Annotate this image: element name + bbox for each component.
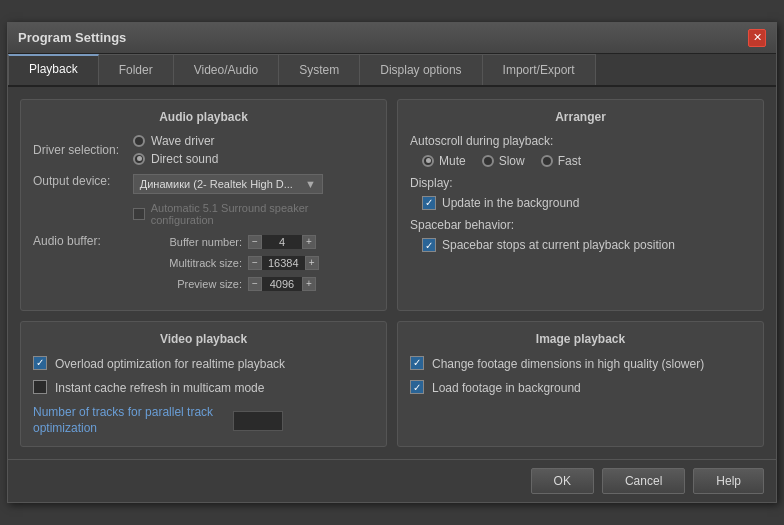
buffer-number-label: Buffer number: [137, 236, 242, 248]
buffer-number-increment[interactable]: + [302, 235, 316, 249]
buffer-number-spinner: − 4 + [248, 234, 316, 250]
multitrack-decrement[interactable]: − [248, 256, 262, 270]
preview-value: 4096 [262, 276, 302, 292]
title-bar: Program Settings ✕ [8, 23, 776, 54]
num-tracks-row: Number of tracks for parallel track opti… [33, 405, 374, 436]
output-device-dropdown[interactable]: Динамики (2- Realtek High D... ▼ [133, 174, 323, 194]
buffer-label: Audio buffer: [33, 234, 133, 248]
overload-label: Overload optimization for realtime playb… [55, 356, 285, 373]
mute-option[interactable]: Mute [422, 154, 466, 168]
spacebar-stops-row[interactable]: Spacebar stops at current playback posit… [410, 238, 751, 254]
multitrack-spinner: − 16384 + [248, 255, 319, 271]
update-background-row[interactable]: Update in the background [410, 196, 751, 210]
tab-bar: Playback Folder Video/Audio System Displ… [8, 54, 776, 87]
wave-driver-label: Wave driver [151, 134, 215, 148]
fast-radio[interactable] [541, 155, 553, 167]
tab-import-export[interactable]: Import/Export [483, 54, 596, 85]
slow-option[interactable]: Slow [482, 154, 525, 168]
spacebar-section: Spacebar behavior: Spacebar stops at cur… [410, 218, 751, 254]
output-label: Output device: [33, 174, 133, 188]
load-footage-label: Load footage in background [432, 380, 581, 397]
instant-cache-label: Instant cache refresh in multicam mode [55, 380, 264, 397]
tab-video-audio[interactable]: Video/Audio [174, 54, 280, 85]
video-playback-panel: Video playback Overload optimization for… [20, 321, 387, 448]
dropdown-arrow-icon: ▼ [305, 178, 316, 190]
autoscroll-section: Autoscroll during playback: Mute Slow [410, 134, 751, 168]
mute-radio[interactable] [422, 155, 434, 167]
surround-row: Automatic 5.1 Surround speaker configura… [133, 202, 374, 226]
image-playback-panel: Image playback Change footage dimensions… [397, 321, 764, 448]
tab-folder[interactable]: Folder [99, 54, 174, 85]
fast-label: Fast [558, 154, 581, 168]
driver-selection-row: Driver selection: Wave driver Direct sou… [33, 134, 374, 166]
buffer-number-value: 4 [262, 234, 302, 250]
bottom-panels: Video playback Overload optimization for… [20, 321, 764, 448]
spacebar-stops-checkbox[interactable] [422, 238, 436, 252]
slow-label: Slow [499, 154, 525, 168]
autoscroll-label: Autoscroll during playback: [410, 134, 751, 148]
direct-sound-label: Direct sound [151, 152, 218, 166]
load-footage-row: Load footage in background [410, 380, 751, 397]
autoscroll-options: Mute Slow Fast [410, 154, 751, 168]
wave-driver-radio[interactable] [133, 135, 145, 147]
spacebar-label: Spacebar behavior: [410, 218, 751, 232]
update-background-checkbox[interactable] [422, 196, 436, 210]
audio-playback-panel: Audio playback Driver selection: Wave dr… [20, 99, 387, 311]
tab-system[interactable]: System [279, 54, 360, 85]
overload-row: Overload optimization for realtime playb… [33, 356, 374, 373]
audio-buffer-row: Audio buffer: Buffer number: − 4 + [33, 234, 374, 292]
fast-option[interactable]: Fast [541, 154, 581, 168]
display-section: Display: Update in the background [410, 176, 751, 210]
preview-decrement[interactable]: − [248, 277, 262, 291]
update-background-label: Update in the background [442, 196, 579, 210]
output-device-row: Output device: Динамики (2- Realtek High… [33, 174, 374, 226]
window-title: Program Settings [18, 30, 126, 45]
wave-driver-option[interactable]: Wave driver [133, 134, 218, 148]
preview-increment[interactable]: + [302, 277, 316, 291]
multitrack-value: 16384 [262, 255, 305, 271]
top-panels: Audio playback Driver selection: Wave dr… [20, 99, 764, 311]
close-button[interactable]: ✕ [748, 29, 766, 47]
surround-checkbox[interactable] [133, 208, 145, 220]
video-playback-title: Video playback [33, 332, 374, 346]
instant-cache-row: Instant cache refresh in multicam mode [33, 380, 374, 397]
change-footage-checkbox[interactable] [410, 356, 424, 370]
change-footage-label: Change footage dimensions in high qualit… [432, 356, 704, 373]
driver-radio-group: Wave driver Direct sound [133, 134, 218, 166]
preview-spinner: − 4096 + [248, 276, 316, 292]
buffer-controls: Buffer number: − 4 + Multitrack size: [133, 234, 319, 292]
preview-label: Preview size: [137, 278, 242, 290]
footer: OK Cancel Help [8, 459, 776, 502]
overload-checkbox[interactable] [33, 356, 47, 370]
display-label: Display: [410, 176, 751, 190]
instant-cache-checkbox[interactable] [33, 380, 47, 394]
slow-radio[interactable] [482, 155, 494, 167]
num-tracks-field[interactable] [233, 411, 283, 431]
arranger-panel: Arranger Autoscroll during playback: Mut… [397, 99, 764, 311]
mute-label: Mute [439, 154, 466, 168]
main-content: Audio playback Driver selection: Wave dr… [8, 87, 776, 460]
change-footage-row: Change footage dimensions in high qualit… [410, 356, 751, 373]
load-footage-checkbox[interactable] [410, 380, 424, 394]
audio-playback-title: Audio playback [33, 110, 374, 124]
help-button[interactable]: Help [693, 468, 764, 494]
cancel-button[interactable]: Cancel [602, 468, 685, 494]
tab-playback[interactable]: Playback [8, 54, 99, 85]
program-settings-window: Program Settings ✕ Playback Folder Video… [7, 22, 777, 504]
ok-button[interactable]: OK [531, 468, 594, 494]
driver-label: Driver selection: [33, 143, 133, 157]
buffer-number-decrement[interactable]: − [248, 235, 262, 249]
output-device-value: Динамики (2- Realtek High D... [140, 178, 293, 190]
tab-display-options[interactable]: Display options [360, 54, 482, 85]
spacebar-stops-label: Spacebar stops at current playback posit… [442, 238, 675, 254]
surround-label: Automatic 5.1 Surround speaker configura… [151, 202, 374, 226]
num-tracks-label: Number of tracks for parallel track opti… [33, 405, 223, 436]
multitrack-increment[interactable]: + [305, 256, 319, 270]
arranger-title: Arranger [410, 110, 751, 124]
direct-sound-radio[interactable] [133, 153, 145, 165]
image-playback-title: Image playback [410, 332, 751, 346]
multitrack-label: Multitrack size: [137, 257, 242, 269]
direct-sound-option[interactable]: Direct sound [133, 152, 218, 166]
